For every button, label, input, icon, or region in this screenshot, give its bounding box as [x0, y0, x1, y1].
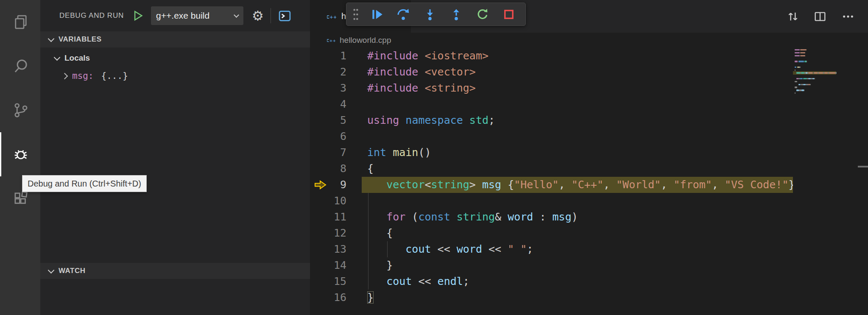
breadcrumb-item-file[interactable]: helloworld.cpp [340, 36, 391, 45]
code-line-8[interactable]: { [310, 161, 793, 177]
code-line-7[interactable]: int main() [310, 145, 793, 161]
open-changes-button[interactable] [781, 5, 804, 28]
chevron-down-icon [48, 35, 55, 42]
scope-locals-row[interactable]: Locals [40, 49, 310, 67]
watch-section-label: WATCH [59, 267, 86, 275]
line-number-13[interactable]: 13 [310, 241, 346, 257]
step-out-icon [449, 7, 463, 22]
minimap-line [795, 49, 835, 51]
code-line-14[interactable]: } [310, 257, 793, 273]
swap-arrows-icon [786, 10, 800, 23]
chevron-down-icon [54, 54, 61, 61]
line-number-3[interactable]: 3 [310, 80, 346, 96]
restart-button[interactable] [473, 4, 492, 25]
more-actions-button[interactable] [837, 5, 860, 28]
stop-button[interactable] [499, 4, 519, 25]
continue-button[interactable] [367, 4, 387, 25]
activity-bar-item-search[interactable] [0, 44, 40, 88]
line-number-1[interactable]: 1 [310, 48, 346, 64]
line-number-8[interactable]: 8 [310, 161, 346, 177]
cpp-file-icon: C++ [327, 12, 336, 21]
search-icon [12, 57, 30, 75]
gear-icon[interactable]: ⚙ [252, 9, 264, 22]
minimap-line [795, 75, 835, 77]
start-debugging-button[interactable] [131, 9, 144, 22]
editor-gutter: 12345678910111213141516 [310, 48, 367, 306]
launch-config-label: g++.exe build [156, 11, 209, 21]
toolbar-drag-handle[interactable] [352, 7, 360, 22]
debug-run-tooltip: Debug and Run (Ctrl+Shift+D) [22, 175, 147, 192]
variables-section-label: VARIABLES [59, 35, 101, 44]
line-number-2[interactable]: 2 [310, 64, 346, 80]
code-line-4[interactable] [310, 96, 793, 112]
continue-icon [370, 7, 384, 22]
line-number-15[interactable]: 15 [310, 273, 346, 290]
sidebar-title: DEBUG AND RUN [59, 11, 124, 20]
current-statement-pointer-icon [313, 179, 328, 190]
step-over-button[interactable] [394, 4, 413, 25]
stop-icon [502, 7, 516, 22]
minimap-line [795, 70, 835, 71]
restart-icon [475, 7, 490, 22]
code-lines: #include <iostream>#include <vector>#inc… [310, 48, 793, 306]
variables-section-header[interactable]: VARIABLES [40, 31, 310, 47]
code-line-5[interactable]: using namespace std; [310, 112, 793, 128]
svg-text:C++: C++ [327, 14, 336, 19]
code-line-10[interactable] [310, 193, 793, 209]
code-line-2[interactable]: #include <vector> [310, 64, 793, 80]
minimap-line [795, 81, 835, 83]
files-icon [12, 13, 30, 31]
line-number-7[interactable]: 7 [310, 145, 346, 161]
console-panel-icon [278, 9, 292, 23]
scope-label: Locals [64, 53, 90, 63]
debug-sidebar: DEBUG AND RUN g++.exe build ⚙ VARIA [40, 0, 310, 315]
variable-value: {...} [101, 71, 128, 81]
split-editor-button[interactable] [809, 5, 832, 28]
line-number-16[interactable]: 16 [310, 290, 346, 306]
code-line-13[interactable]: cout << word << " "; [310, 241, 793, 257]
activity-bar-item-source-control[interactable] [0, 88, 40, 132]
code-line-3[interactable]: #include <string> [310, 80, 793, 96]
svg-text:C++: C++ [327, 38, 335, 43]
line-number-10[interactable]: 10 [310, 193, 346, 209]
code-line-16[interactable]: } [310, 290, 793, 306]
extensions-icon [12, 190, 30, 207]
code-area: #include <iostream>#include <vector>#inc… [310, 48, 868, 315]
step-into-button[interactable] [420, 4, 439, 25]
minimap[interactable] [793, 48, 836, 315]
launch-config-dropdown[interactable]: g++.exe build [151, 6, 243, 25]
code-line-11[interactable]: for (const string& word : msg) [310, 209, 793, 225]
minimap-line [795, 64, 835, 65]
ellipsis-icon [841, 10, 855, 23]
line-number-12[interactable]: 12 [310, 225, 346, 241]
code-line-15[interactable]: cout << endl; [310, 273, 793, 290]
git-branch-icon [12, 101, 30, 119]
variable-row-msg[interactable]: msg: {...} [40, 67, 310, 85]
code-line-1[interactable]: #include <iostream> [310, 48, 793, 64]
overview-ruler-mark [858, 166, 868, 167]
bug-debug-icon [12, 145, 30, 163]
line-number-5[interactable]: 5 [310, 112, 346, 128]
split-editor-icon [813, 10, 827, 23]
debug-sidebar-header: DEBUG AND RUN g++.exe build ⚙ [40, 0, 310, 31]
line-number-14[interactable]: 14 [310, 257, 346, 273]
minimap-line [795, 72, 835, 74]
code-line-6[interactable] [310, 128, 793, 145]
line-number-6[interactable]: 6 [310, 128, 346, 145]
line-number-4[interactable]: 4 [310, 96, 346, 112]
code-line-12[interactable]: { [310, 225, 793, 241]
variable-name: msg: [72, 71, 94, 81]
activity-bar-item-run-debug[interactable] [0, 132, 40, 176]
step-over-icon [396, 7, 410, 22]
watch-section-header[interactable]: WATCH [40, 263, 310, 279]
activity-bar-item-explorer[interactable] [0, 0, 40, 44]
step-out-button[interactable] [447, 4, 466, 25]
debug-console-button[interactable] [278, 9, 292, 23]
code-line-9[interactable]: vector<string> msg {"Hello", "C++", "Wor… [310, 177, 793, 193]
minimap-line [795, 92, 835, 94]
minimap-line [795, 58, 835, 59]
line-number-11[interactable]: 11 [310, 209, 346, 225]
play-icon [131, 9, 144, 22]
vscode-window: DEBUG AND RUN g++.exe build ⚙ VARIA [0, 0, 868, 315]
activity-bar [0, 0, 40, 315]
